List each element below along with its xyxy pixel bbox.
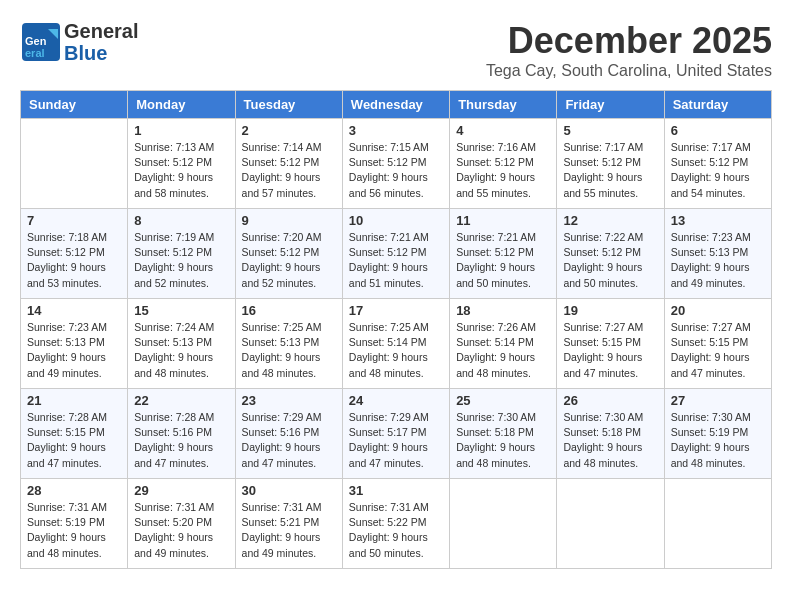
day-info: Sunrise: 7:30 AM Sunset: 5:18 PM Dayligh…: [563, 410, 657, 471]
svg-text:Gen: Gen: [25, 35, 47, 47]
weekday-header-cell: Wednesday: [342, 91, 449, 119]
day-number: 9: [242, 213, 336, 228]
day-info: Sunrise: 7:31 AM Sunset: 5:19 PM Dayligh…: [27, 500, 121, 561]
month-title: December 2025: [486, 20, 772, 62]
day-info: Sunrise: 7:28 AM Sunset: 5:15 PM Dayligh…: [27, 410, 121, 471]
day-number: 2: [242, 123, 336, 138]
day-info: Sunrise: 7:30 AM Sunset: 5:18 PM Dayligh…: [456, 410, 550, 471]
calendar-day-cell: 13Sunrise: 7:23 AM Sunset: 5:13 PM Dayli…: [664, 209, 771, 299]
day-info: Sunrise: 7:17 AM Sunset: 5:12 PM Dayligh…: [671, 140, 765, 201]
logo-icon: Gen eral: [20, 21, 62, 63]
calendar-day-cell: 6Sunrise: 7:17 AM Sunset: 5:12 PM Daylig…: [664, 119, 771, 209]
day-number: 28: [27, 483, 121, 498]
day-info: Sunrise: 7:23 AM Sunset: 5:13 PM Dayligh…: [27, 320, 121, 381]
weekday-header-cell: Thursday: [450, 91, 557, 119]
day-number: 6: [671, 123, 765, 138]
day-info: Sunrise: 7:31 AM Sunset: 5:20 PM Dayligh…: [134, 500, 228, 561]
calendar-day-cell: 29Sunrise: 7:31 AM Sunset: 5:20 PM Dayli…: [128, 479, 235, 569]
day-number: 19: [563, 303, 657, 318]
calendar-day-cell: 20Sunrise: 7:27 AM Sunset: 5:15 PM Dayli…: [664, 299, 771, 389]
calendar-table: SundayMondayTuesdayWednesdayThursdayFrid…: [20, 90, 772, 569]
weekday-header-cell: Saturday: [664, 91, 771, 119]
weekday-header-cell: Sunday: [21, 91, 128, 119]
calendar-day-cell: 22Sunrise: 7:28 AM Sunset: 5:16 PM Dayli…: [128, 389, 235, 479]
calendar-day-cell: 27Sunrise: 7:30 AM Sunset: 5:19 PM Dayli…: [664, 389, 771, 479]
day-number: 21: [27, 393, 121, 408]
calendar-day-cell: 16Sunrise: 7:25 AM Sunset: 5:13 PM Dayli…: [235, 299, 342, 389]
day-number: 1: [134, 123, 228, 138]
calendar-day-cell: [664, 479, 771, 569]
day-info: Sunrise: 7:29 AM Sunset: 5:17 PM Dayligh…: [349, 410, 443, 471]
day-number: 4: [456, 123, 550, 138]
calendar-day-cell: [450, 479, 557, 569]
day-info: Sunrise: 7:26 AM Sunset: 5:14 PM Dayligh…: [456, 320, 550, 381]
day-number: 31: [349, 483, 443, 498]
calendar-day-cell: 25Sunrise: 7:30 AM Sunset: 5:18 PM Dayli…: [450, 389, 557, 479]
day-number: 29: [134, 483, 228, 498]
day-info: Sunrise: 7:13 AM Sunset: 5:12 PM Dayligh…: [134, 140, 228, 201]
day-info: Sunrise: 7:20 AM Sunset: 5:12 PM Dayligh…: [242, 230, 336, 291]
logo: Gen eral General Blue: [20, 20, 138, 64]
day-number: 25: [456, 393, 550, 408]
day-number: 8: [134, 213, 228, 228]
calendar-day-cell: 17Sunrise: 7:25 AM Sunset: 5:14 PM Dayli…: [342, 299, 449, 389]
calendar-day-cell: [557, 479, 664, 569]
day-number: 3: [349, 123, 443, 138]
logo-general: General: [64, 20, 138, 42]
day-info: Sunrise: 7:22 AM Sunset: 5:12 PM Dayligh…: [563, 230, 657, 291]
weekday-header-row: SundayMondayTuesdayWednesdayThursdayFrid…: [21, 91, 772, 119]
calendar-day-cell: 26Sunrise: 7:30 AM Sunset: 5:18 PM Dayli…: [557, 389, 664, 479]
calendar-day-cell: 9Sunrise: 7:20 AM Sunset: 5:12 PM Daylig…: [235, 209, 342, 299]
day-info: Sunrise: 7:23 AM Sunset: 5:13 PM Dayligh…: [671, 230, 765, 291]
calendar-week-row: 21Sunrise: 7:28 AM Sunset: 5:15 PM Dayli…: [21, 389, 772, 479]
calendar-day-cell: 23Sunrise: 7:29 AM Sunset: 5:16 PM Dayli…: [235, 389, 342, 479]
day-info: Sunrise: 7:21 AM Sunset: 5:12 PM Dayligh…: [349, 230, 443, 291]
calendar-day-cell: 7Sunrise: 7:18 AM Sunset: 5:12 PM Daylig…: [21, 209, 128, 299]
title-section: December 2025 Tega Cay, South Carolina, …: [486, 20, 772, 80]
calendar-day-cell: 14Sunrise: 7:23 AM Sunset: 5:13 PM Dayli…: [21, 299, 128, 389]
day-info: Sunrise: 7:14 AM Sunset: 5:12 PM Dayligh…: [242, 140, 336, 201]
day-number: 23: [242, 393, 336, 408]
calendar-day-cell: 4Sunrise: 7:16 AM Sunset: 5:12 PM Daylig…: [450, 119, 557, 209]
day-number: 20: [671, 303, 765, 318]
calendar-day-cell: 18Sunrise: 7:26 AM Sunset: 5:14 PM Dayli…: [450, 299, 557, 389]
calendar-day-cell: 8Sunrise: 7:19 AM Sunset: 5:12 PM Daylig…: [128, 209, 235, 299]
day-number: 18: [456, 303, 550, 318]
calendar-day-cell: 21Sunrise: 7:28 AM Sunset: 5:15 PM Dayli…: [21, 389, 128, 479]
day-number: 16: [242, 303, 336, 318]
calendar-day-cell: 1Sunrise: 7:13 AM Sunset: 5:12 PM Daylig…: [128, 119, 235, 209]
weekday-header-cell: Friday: [557, 91, 664, 119]
day-number: 22: [134, 393, 228, 408]
calendar-day-cell: [21, 119, 128, 209]
calendar-day-cell: 12Sunrise: 7:22 AM Sunset: 5:12 PM Dayli…: [557, 209, 664, 299]
day-info: Sunrise: 7:18 AM Sunset: 5:12 PM Dayligh…: [27, 230, 121, 291]
calendar-day-cell: 24Sunrise: 7:29 AM Sunset: 5:17 PM Dayli…: [342, 389, 449, 479]
calendar-day-cell: 19Sunrise: 7:27 AM Sunset: 5:15 PM Dayli…: [557, 299, 664, 389]
day-info: Sunrise: 7:31 AM Sunset: 5:22 PM Dayligh…: [349, 500, 443, 561]
day-number: 30: [242, 483, 336, 498]
weekday-header-cell: Monday: [128, 91, 235, 119]
calendar-day-cell: 31Sunrise: 7:31 AM Sunset: 5:22 PM Dayli…: [342, 479, 449, 569]
day-number: 11: [456, 213, 550, 228]
calendar-day-cell: 30Sunrise: 7:31 AM Sunset: 5:21 PM Dayli…: [235, 479, 342, 569]
weekday-header-cell: Tuesday: [235, 91, 342, 119]
day-number: 7: [27, 213, 121, 228]
day-number: 14: [27, 303, 121, 318]
calendar-week-row: 28Sunrise: 7:31 AM Sunset: 5:19 PM Dayli…: [21, 479, 772, 569]
logo-blue: Blue: [64, 42, 138, 64]
day-number: 26: [563, 393, 657, 408]
day-number: 15: [134, 303, 228, 318]
day-info: Sunrise: 7:15 AM Sunset: 5:12 PM Dayligh…: [349, 140, 443, 201]
day-info: Sunrise: 7:24 AM Sunset: 5:13 PM Dayligh…: [134, 320, 228, 381]
day-number: 24: [349, 393, 443, 408]
day-info: Sunrise: 7:25 AM Sunset: 5:13 PM Dayligh…: [242, 320, 336, 381]
page-header: Gen eral General Blue December 2025 Tega…: [20, 20, 772, 80]
day-info: Sunrise: 7:28 AM Sunset: 5:16 PM Dayligh…: [134, 410, 228, 471]
day-number: 27: [671, 393, 765, 408]
day-info: Sunrise: 7:16 AM Sunset: 5:12 PM Dayligh…: [456, 140, 550, 201]
day-number: 12: [563, 213, 657, 228]
day-number: 5: [563, 123, 657, 138]
day-info: Sunrise: 7:30 AM Sunset: 5:19 PM Dayligh…: [671, 410, 765, 471]
day-number: 17: [349, 303, 443, 318]
calendar-day-cell: 3Sunrise: 7:15 AM Sunset: 5:12 PM Daylig…: [342, 119, 449, 209]
